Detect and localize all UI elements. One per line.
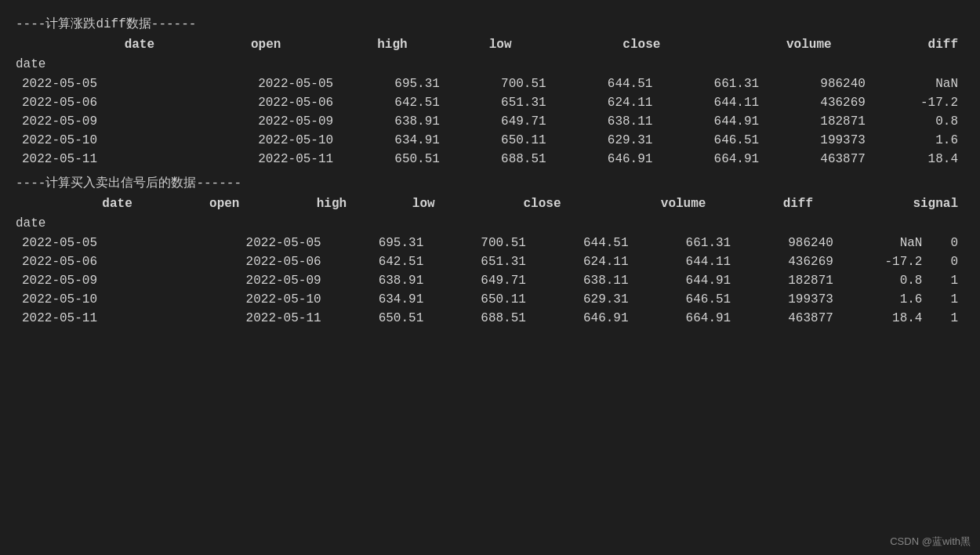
cell-diff: NaN <box>872 74 964 93</box>
cell-close: 664.91 <box>659 150 765 169</box>
cell-date: 2022-05-10 <box>172 290 328 309</box>
cell-date: 2022-05-09 <box>178 112 340 131</box>
table-row: 2022-05-10 2022-05-10 634.91 650.11 629.… <box>16 131 964 150</box>
cell-open: 695.31 <box>328 234 430 252</box>
cell-close: 661.31 <box>635 234 738 252</box>
cell-open: 642.51 <box>339 93 446 112</box>
cell-close: 644.11 <box>659 93 765 112</box>
cell-diff: -17.2 <box>872 93 964 112</box>
cell-signal: 1 <box>928 309 964 328</box>
cell-low: 624.11 <box>553 93 659 112</box>
section1-col-open: open <box>161 35 287 54</box>
cell-index: 2022-05-09 <box>16 112 178 131</box>
cell-signal: 0 <box>928 234 964 252</box>
section2-col-low: low <box>353 194 441 213</box>
cell-date: 2022-05-06 <box>178 93 340 112</box>
cell-date: 2022-05-10 <box>178 131 340 150</box>
cell-volume: 182871 <box>737 271 840 290</box>
cell-index: 2022-05-06 <box>16 93 178 112</box>
table-row: 2022-05-06 2022-05-06 642.51 651.31 624.… <box>16 252 964 271</box>
cell-high: 700.51 <box>446 74 553 93</box>
cell-open: 642.51 <box>328 252 430 271</box>
cell-signal: 1 <box>928 290 964 309</box>
section1-header-row: date open high low close volume diff <box>16 35 964 54</box>
table-row: 2022-05-09 2022-05-09 638.91 649.71 638.… <box>16 271 964 290</box>
cell-date: 2022-05-11 <box>172 309 328 328</box>
cell-signal: 1 <box>928 271 964 290</box>
cell-open: 638.91 <box>328 271 430 290</box>
cell-high: 650.11 <box>430 290 532 309</box>
section2-col-signal: signal <box>819 194 964 213</box>
cell-close: 644.91 <box>635 271 738 290</box>
cell-high: 688.51 <box>430 309 532 328</box>
cell-low: 629.31 <box>532 290 635 309</box>
section2-title: ----计算买入卖出信号后的数据------ <box>16 175 964 191</box>
cell-index: 2022-05-10 <box>16 131 178 150</box>
cell-open: 638.91 <box>339 112 446 131</box>
cell-volume: 199373 <box>765 131 872 150</box>
cell-index: 2022-05-11 <box>16 150 178 169</box>
section1-col-date: date <box>34 35 161 54</box>
cell-high: 700.51 <box>430 234 532 252</box>
cell-volume: 986240 <box>765 74 872 93</box>
cell-date: 2022-05-05 <box>178 74 340 93</box>
cell-diff: 1.6 <box>872 131 964 150</box>
cell-close: 661.31 <box>659 74 765 93</box>
section2-col-date: date <box>31 194 139 213</box>
section1-index-label: date <box>16 56 964 73</box>
cell-index: 2022-05-11 <box>16 309 172 328</box>
cell-index: 2022-05-10 <box>16 290 172 309</box>
section1-col-high: high <box>287 35 413 54</box>
cell-high: 688.51 <box>446 150 553 169</box>
cell-open: 650.51 <box>328 309 430 328</box>
cell-low: 646.91 <box>532 309 635 328</box>
table-row: 2022-05-11 2022-05-11 650.51 688.51 646.… <box>16 309 964 328</box>
cell-low: 646.91 <box>553 150 659 169</box>
cell-index: 2022-05-06 <box>16 252 172 271</box>
cell-low: 629.31 <box>553 131 659 150</box>
cell-diff: -17.2 <box>840 252 929 271</box>
cell-diff: 18.4 <box>840 309 929 328</box>
cell-index: 2022-05-09 <box>16 271 172 290</box>
cell-low: 644.51 <box>532 234 635 252</box>
cell-open: 650.51 <box>339 150 446 169</box>
section1-col-close: close <box>518 35 667 54</box>
cell-volume: 199373 <box>737 290 840 309</box>
cell-low: 644.51 <box>553 74 659 93</box>
section2-col-high: high <box>245 194 353 213</box>
cell-diff: NaN <box>840 234 929 252</box>
cell-signal: 0 <box>928 252 964 271</box>
cell-volume: 436269 <box>737 252 840 271</box>
section2-col-close: close <box>441 194 568 213</box>
cell-volume: 436269 <box>765 93 872 112</box>
section2-header-row: date open high low close volume diff sig… <box>16 194 964 213</box>
section1-data-table: 2022-05-05 2022-05-05 695.31 700.51 644.… <box>16 74 964 169</box>
cell-diff: 18.4 <box>872 150 964 169</box>
section2-col-open: open <box>139 194 246 213</box>
cell-date: 2022-05-11 <box>178 150 340 169</box>
table-row: 2022-05-05 2022-05-05 695.31 700.51 644.… <box>16 74 964 93</box>
cell-high: 649.71 <box>446 112 553 131</box>
table-row: 2022-05-05 2022-05-05 695.31 700.51 644.… <box>16 234 964 252</box>
section2-data-table: 2022-05-05 2022-05-05 695.31 700.51 644.… <box>16 234 964 328</box>
section1-table: date open high low close volume diff <box>16 35 964 54</box>
table-row: 2022-05-10 2022-05-10 634.91 650.11 629.… <box>16 290 964 309</box>
section1-col-diff: diff <box>838 35 964 54</box>
cell-low: 638.11 <box>532 271 635 290</box>
section2-table: date open high low close volume diff sig… <box>16 194 964 213</box>
cell-high: 650.11 <box>446 131 553 150</box>
table-row: 2022-05-09 2022-05-09 638.91 649.71 638.… <box>16 112 964 131</box>
cell-open: 634.91 <box>339 131 446 150</box>
cell-index: 2022-05-05 <box>16 234 172 252</box>
cell-high: 651.31 <box>446 93 553 112</box>
cell-diff: 0.8 <box>840 271 929 290</box>
cell-volume: 463877 <box>765 150 872 169</box>
cell-close: 644.11 <box>635 252 738 271</box>
cell-volume: 463877 <box>737 309 840 328</box>
cell-close: 646.51 <box>659 131 765 150</box>
cell-diff: 1.6 <box>840 290 929 309</box>
section2-col-volume: volume <box>567 194 712 213</box>
section1-col-volume: volume <box>666 35 837 54</box>
cell-date: 2022-05-09 <box>172 271 328 290</box>
section1-col-index <box>16 35 34 54</box>
